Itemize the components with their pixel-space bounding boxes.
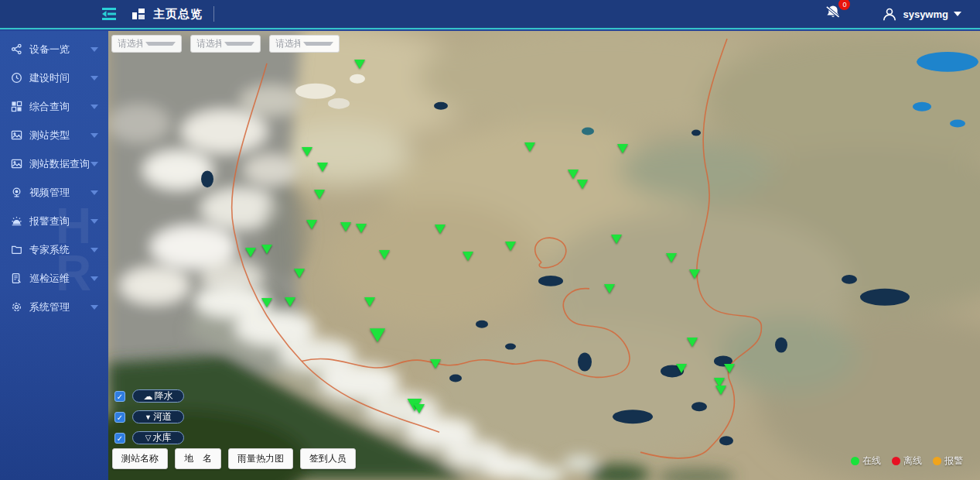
sidebar-item-inspection-ops[interactable]: 巡检运维: [0, 264, 108, 293]
gear-icon: [10, 301, 22, 314]
sidebar-item-comprehensive-query[interactable]: 综合查询: [0, 92, 108, 121]
station-marker[interactable]: [617, 144, 628, 153]
chevron-down-icon: [90, 219, 98, 224]
station-marker[interactable]: [666, 253, 677, 262]
station-marker[interactable]: [261, 298, 272, 307]
station-marker[interactable]: [364, 297, 375, 307]
chevron-down-icon: [90, 76, 98, 81]
sidebar-item-device-overview[interactable]: 设备一览: [0, 35, 108, 63]
filter-bar: 请选择所属 请选择所属 请选择测站: [111, 35, 340, 53]
station-marker[interactable]: [285, 297, 295, 307]
station-marker[interactable]: [294, 269, 305, 278]
station-marker[interactable]: [414, 404, 425, 413]
select-owner-dropdown-1[interactable]: 请选择所属: [111, 35, 182, 53]
sidebar-item-label: 综合查询: [29, 100, 70, 114]
river-checkbox[interactable]: [114, 412, 125, 423]
chevron-down-icon: [90, 162, 98, 166]
station-marker[interactable]: [354, 60, 365, 69]
legend-offline: 离线: [892, 454, 922, 468]
sidebar-nav: 设备一览 建设时间 综合查询: [0, 31, 108, 480]
grid-icon: [10, 101, 22, 113]
station-marker[interactable]: [306, 220, 317, 229]
station-marker[interactable]: [356, 224, 367, 233]
place-name-button[interactable]: 地 名: [175, 448, 221, 469]
station-marker[interactable]: [430, 359, 441, 369]
webcam-icon: [10, 187, 22, 199]
inspect-icon: [10, 273, 22, 285]
reservoir-checkbox[interactable]: [114, 433, 125, 444]
layer-label: 水库: [152, 431, 171, 444]
layer-row-river: 河道: [114, 410, 184, 423]
station-marker[interactable]: [435, 225, 446, 234]
station-marker[interactable]: [302, 147, 312, 156]
share-icon: [10, 43, 22, 56]
sidebar-item-label: 视频管理: [29, 186, 70, 200]
sidebar-item-label: 报警查询: [29, 214, 70, 228]
header-right: 0 sysywmg: [823, 3, 961, 25]
chevron-down-icon: [954, 12, 961, 16]
sidebar-item-build-time[interactable]: 建设时间: [0, 63, 108, 92]
sidebar-item-station-data-query[interactable]: 测站数据查询: [0, 149, 108, 178]
station-marker[interactable]: [715, 386, 726, 395]
chevron-down-icon: [90, 190, 98, 195]
checkin-personnel-button[interactable]: 签到人员: [300, 448, 356, 469]
user-menu[interactable]: sysywmg: [882, 7, 961, 22]
river-layer-pill[interactable]: 河道: [132, 410, 184, 423]
station-marker[interactable]: [370, 328, 385, 341]
station-marker[interactable]: [604, 284, 615, 293]
notification-badge: 0: [838, 0, 850, 10]
chevron-down-icon: [224, 42, 255, 46]
sidebar-item-alarm-query[interactable]: 报警查询: [0, 207, 108, 235]
chevron-down-icon: [145, 42, 176, 46]
station-marker[interactable]: [568, 170, 579, 179]
rain-heatmap-button[interactable]: 雨量热力图: [228, 448, 293, 469]
sidebar-item-system-management[interactable]: 系统管理: [0, 293, 108, 321]
select-owner-dropdown-2[interactable]: 请选择所属: [190, 35, 261, 53]
offline-dot-icon: [892, 457, 900, 465]
chevron-down-icon: [90, 248, 98, 252]
cloud-icon: [144, 391, 153, 402]
station-marker[interactable]: [245, 248, 256, 257]
header-divider: [213, 6, 214, 22]
station-marker[interactable]: [611, 235, 622, 244]
sidebar-item-expert-system[interactable]: 专家系统: [0, 235, 108, 264]
station-marker[interactable]: [463, 252, 473, 261]
station-marker[interactable]: [689, 269, 700, 279]
precipitation-layer-pill[interactable]: 降水: [132, 389, 184, 403]
station-marker[interactable]: [676, 364, 687, 373]
precipitation-checkbox[interactable]: [114, 391, 125, 402]
triangle-down-filled-icon: [145, 413, 152, 421]
station-marker[interactable]: [314, 190, 325, 199]
user-name: sysywmg: [903, 9, 948, 20]
station-name-button[interactable]: 测站名称: [112, 448, 168, 469]
select-station-dropdown[interactable]: 请选择测站: [269, 35, 340, 53]
app-logo-icon: [131, 8, 145, 20]
reservoir-layer-pill[interactable]: 水库: [132, 431, 184, 444]
station-marker[interactable]: [340, 222, 351, 231]
status-legend: 在线 离线 报警: [851, 454, 963, 468]
station-marker[interactable]: [379, 250, 390, 259]
online-dot-icon: [851, 457, 859, 465]
map-button-bar: 测站名称 地 名 雨量热力图 签到人员: [112, 448, 356, 469]
satellite-map[interactable]: 请选择所属 请选择所属 请选择测站 降水: [108, 31, 980, 480]
triangle-down-outline-icon: [145, 434, 152, 442]
chevron-down-icon: [90, 133, 98, 138]
menu-collapse-icon[interactable]: [101, 6, 118, 22]
chevron-down-icon: [303, 42, 334, 46]
user-avatar-icon: [882, 7, 897, 22]
station-marker[interactable]: [524, 142, 535, 152]
notification-bell-icon[interactable]: 0: [823, 3, 845, 25]
page-title: 主页总览: [153, 7, 203, 22]
legend-alarm: 报警: [933, 454, 963, 468]
sidebar-item-station-type[interactable]: 测站类型: [0, 121, 108, 149]
station-marker[interactable]: [687, 338, 698, 347]
sidebar-item-video-management[interactable]: 视频管理: [0, 178, 108, 207]
chevron-down-icon: [90, 276, 98, 281]
station-marker[interactable]: [505, 242, 516, 251]
station-marker[interactable]: [724, 364, 735, 373]
image-icon: [10, 158, 22, 170]
legend-online: 在线: [851, 454, 881, 468]
station-marker[interactable]: [317, 163, 328, 172]
station-marker[interactable]: [261, 245, 272, 254]
station-marker[interactable]: [577, 180, 588, 189]
